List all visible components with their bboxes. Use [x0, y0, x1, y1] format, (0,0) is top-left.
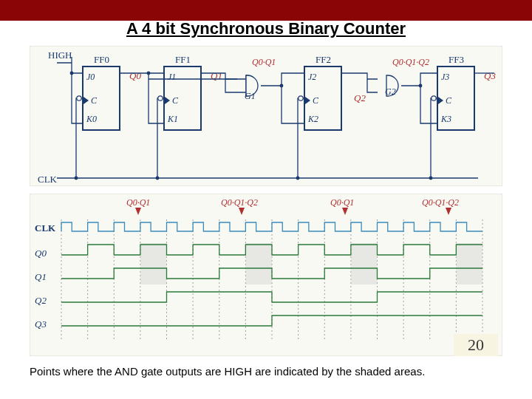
page-number: 20 — [454, 334, 498, 356]
svg-point-7 — [432, 96, 436, 100]
svg-point-2 — [280, 84, 284, 88]
circuit-diagram: HIGH CLK FF0 J0 C K0 Q0 FF1 J1 C K1 Q1 Q… — [30, 46, 502, 186]
svg-point-8 — [75, 177, 78, 180]
svg-rect-31 — [351, 243, 378, 284]
timing-waves — [30, 194, 503, 357]
svg-point-3 — [419, 84, 423, 88]
circuit-wires — [30, 47, 503, 187]
svg-point-0 — [70, 72, 74, 75]
svg-rect-30 — [245, 243, 272, 284]
svg-rect-32 — [456, 243, 482, 284]
svg-point-10 — [296, 177, 300, 180]
svg-point-4 — [77, 96, 81, 100]
caption-text: Points where the AND gate outputs are HI… — [30, 365, 502, 378]
svg-point-6 — [299, 96, 303, 100]
svg-point-11 — [429, 177, 433, 180]
svg-rect-29 — [140, 243, 167, 284]
svg-point-9 — [156, 177, 160, 180]
slide-top-banner — [0, 0, 532, 21]
svg-point-5 — [158, 96, 163, 100]
timing-diagram: CLK Q0 Q1 Q2 Q3 Q0·Q1 Q0·Q1·Q2 Q0·Q1 Q0·… — [30, 194, 502, 356]
svg-point-1 — [147, 72, 151, 75]
slide-title: A 4 bit Synchronous Binary Counter — [89, 19, 443, 38]
